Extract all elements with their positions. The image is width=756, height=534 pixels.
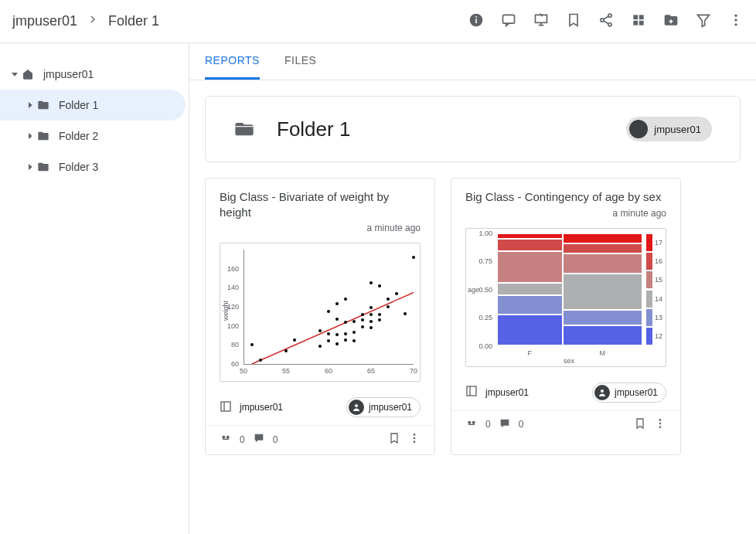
tree-root[interactable]: jmpuser01 [0,59,186,90]
new-folder-icon[interactable] [663,12,679,30]
share-icon[interactable] [598,12,614,30]
filter-icon[interactable] [696,12,711,30]
svg-rect-38 [467,386,476,396]
workspace-icon [465,385,478,400]
folder-icon [37,130,59,142]
more-icon[interactable] [654,417,666,432]
svg-line-7 [540,14,542,16]
mosaic-chart: FM0.000.250.500.751.00agesex171615141312 [465,228,666,367]
comments-count: 0 [519,419,524,430]
breadcrumb: jmpuser01 Folder 1 [12,13,159,29]
workspace-name: jmpuser01 [485,387,529,398]
svg-marker-24 [29,102,32,108]
owner-name: jmpuser01 [654,124,701,135]
bookmark-icon[interactable] [388,432,400,447]
views-count: 0 [240,434,245,445]
breadcrumb-current: Folder 1 [108,13,159,29]
svg-line-12 [604,21,609,24]
svg-rect-14 [639,15,644,19]
avatar-icon [629,120,648,138]
svg-point-21 [734,19,737,21]
svg-rect-34 [223,439,229,440]
workspace-name: jmpuser01 [240,402,283,413]
svg-line-28 [252,293,414,365]
breadcrumb-root[interactable]: jmpuser01 [12,13,77,29]
folder-header: Folder 1 jmpuser01 [205,96,741,162]
svg-point-31 [355,404,358,407]
avatar-icon [594,385,610,400]
svg-rect-29 [221,402,230,411]
svg-rect-13 [633,15,638,19]
svg-rect-4 [536,15,547,22]
chevron-down-icon[interactable] [8,68,22,80]
svg-point-36 [414,437,416,440]
views-count: 0 [485,419,491,430]
tree-item-label: Folder 1 [59,99,98,111]
svg-point-35 [414,434,416,436]
comments-icon [499,417,511,432]
svg-rect-3 [503,15,515,23]
svg-rect-15 [633,21,638,26]
svg-point-22 [734,23,737,26]
scatter-chart: 60801001201401605055606570weight [220,243,421,382]
folder-icon [37,161,59,173]
svg-rect-16 [639,21,644,26]
folder-icon [37,99,59,111]
svg-line-11 [604,16,609,19]
folder-title: Folder 1 [277,117,626,141]
views-icon [220,432,232,447]
comments-icon[interactable] [501,12,516,30]
tree-item-folder2[interactable]: Folder 2 [0,121,186,151]
info-icon[interactable] [468,12,484,30]
svg-point-37 [414,440,416,443]
tree-item-folder3[interactable]: Folder 3 [0,151,186,182]
chevron-right-icon[interactable] [23,161,37,173]
views-icon [465,417,478,432]
owner-chip[interactable]: jmpuser01 [626,117,712,141]
svg-marker-23 [12,73,18,77]
tree-item-label: Folder 3 [59,161,98,173]
card-owner-name: jmpuser01 [615,387,658,398]
svg-point-42 [472,420,475,423]
avatar-icon [349,400,364,415]
present-icon[interactable] [533,12,549,30]
svg-rect-2 [475,16,477,18]
breadcrumb-separator [87,13,99,29]
bookmark-icon[interactable] [634,417,646,432]
tree-item-label: Folder 2 [59,130,98,142]
tab-reports[interactable]: REPORTS [205,43,260,80]
svg-marker-26 [29,164,32,170]
report-card[interactable]: Big Class - Bivariate of weight by heigh… [205,178,435,455]
card-title: Big Class - Contingency of age by sex [465,189,666,205]
card-owner-chip[interactable]: jmpuser01 [346,397,421,417]
tree-item-folder1[interactable]: Folder 1 [0,90,186,121]
workspace-icon [220,400,232,415]
svg-rect-1 [475,19,477,23]
card-owner-name: jmpuser01 [369,402,412,413]
folder-open-icon [233,117,277,141]
card-timestamp: a minute ago [465,208,666,223]
grid-view-icon[interactable] [631,12,646,30]
chevron-right-icon[interactable] [23,99,37,111]
tab-files[interactable]: FILES [284,43,316,80]
svg-point-45 [659,422,662,424]
svg-point-41 [468,420,471,423]
report-card[interactable]: Big Class - Contingency of age by sex a … [451,178,681,455]
svg-marker-25 [29,133,32,139]
tabs: REPORTS FILES [189,43,756,80]
svg-point-33 [226,436,230,439]
card-title: Big Class - Bivariate of weight by heigh… [220,189,421,219]
card-owner-chip[interactable]: jmpuser01 [592,383,666,403]
content-area: REPORTS FILES Folder 1 jmpuser01 Big Cla… [189,43,756,534]
svg-marker-19 [698,15,710,26]
bookmark-icon[interactable] [566,12,581,30]
sidebar: jmpuser01 Folder 1 Folder 2 Folder 3 [0,43,189,534]
chevron-right-icon[interactable] [23,130,37,142]
topbar: jmpuser01 Folder 1 [0,0,756,43]
more-icon[interactable] [728,12,744,30]
more-icon[interactable] [408,432,421,447]
comments-count: 0 [273,434,278,445]
svg-point-40 [601,389,604,393]
card-grid: Big Class - Bivariate of weight by heigh… [189,178,756,471]
svg-point-46 [659,426,662,428]
